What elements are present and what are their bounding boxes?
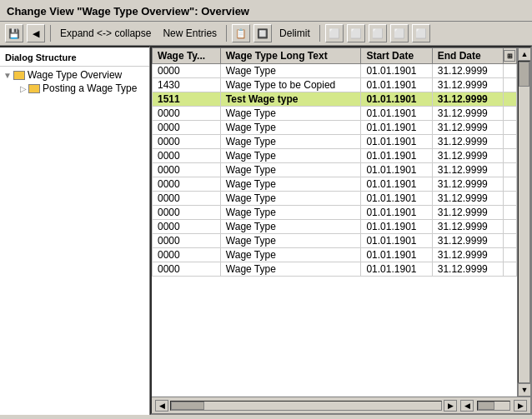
icon-btn-2[interactable]: ⬜ xyxy=(347,24,365,42)
hscroll-track[interactable] xyxy=(170,401,442,411)
cell-long-text: Wage Type xyxy=(220,192,361,206)
cell-empty xyxy=(504,78,517,92)
new-entries-button[interactable]: New Entries xyxy=(158,25,221,42)
table-row[interactable]: 0000Wage Type01.01.190131.12.9999 xyxy=(153,262,517,277)
cell-wage-type: 0000 xyxy=(153,234,221,248)
content-area: Wage Ty... Wage Type Long Text Start Dat… xyxy=(150,46,532,415)
main-area: Dialog Structure ▼ Wage Type Overview ▷ … xyxy=(0,46,532,415)
cell-long-text: Wage Type xyxy=(220,206,361,220)
expand-collapse-button[interactable]: Expand <-> collapse xyxy=(56,25,155,42)
scroll-left-button[interactable]: ◀ xyxy=(155,400,168,412)
move-button[interactable]: 🔲 xyxy=(253,24,272,42)
folder-open-icon xyxy=(13,71,25,80)
scroll-right2-button[interactable]: ▶ xyxy=(514,400,527,412)
table-container[interactable]: Wage Ty... Wage Type Long Text Start Dat… xyxy=(152,47,517,397)
icon5: ⬜ xyxy=(415,28,427,39)
sidebar: Dialog Structure ▼ Wage Type Overview ▷ … xyxy=(0,46,150,415)
cell-wage-type: 0000 xyxy=(153,121,221,135)
cell-start-date: 01.01.1901 xyxy=(361,220,432,234)
cell-wage-type: 1430 xyxy=(153,78,221,92)
save-button[interactable]: 💾 xyxy=(5,24,23,42)
icon-btn-5[interactable]: ⬜ xyxy=(412,24,430,42)
cell-long-text: Wage Type xyxy=(220,121,361,135)
scroll-left2-button[interactable]: ◀ xyxy=(460,400,474,412)
hscroll-right-section: ◀ ▶ xyxy=(460,400,527,412)
cell-empty xyxy=(504,177,517,192)
cell-start-date: 01.01.1901 xyxy=(361,248,432,262)
sidebar-item-posting-wage-type[interactable]: ▷ Posting a Wage Type xyxy=(0,82,149,95)
cell-start-date: 01.01.1901 xyxy=(361,78,432,92)
scroll-right-button[interactable]: ▶ xyxy=(444,400,457,412)
table-row[interactable]: 0000Wage Type01.01.190131.12.9999 xyxy=(153,121,517,135)
table-row[interactable]: 0000Wage Type01.01.190131.12.9999 xyxy=(153,177,517,192)
col-header-wage-type: Wage Ty... xyxy=(153,48,221,64)
table-row[interactable]: 0000Wage Type01.01.190131.12.9999 xyxy=(153,234,517,248)
cell-wage-type: 0000 xyxy=(153,248,221,262)
hscroll-track2[interactable] xyxy=(477,401,510,411)
back-button[interactable]: ◀ xyxy=(27,24,45,42)
sidebar-item-label-posting: Posting a Wage Type xyxy=(43,82,137,94)
cell-empty xyxy=(504,206,517,220)
table-row[interactable]: 0000Wage Type01.01.190131.12.9999 xyxy=(153,206,517,220)
tree-leaf-icon: ▷ xyxy=(20,84,27,93)
cell-start-date: 01.01.1901 xyxy=(361,64,432,78)
cell-end-date: 31.12.9999 xyxy=(432,64,503,78)
vscroll-thumb[interactable] xyxy=(519,62,529,87)
cell-start-date: 01.01.1901 xyxy=(361,177,432,192)
toolbar: 💾 ◀ Expand <-> collapse New Entries 📋 🔲 … xyxy=(0,22,532,46)
column-resize-handle[interactable]: ⊞ xyxy=(504,50,515,62)
icon-btn-4[interactable]: ⬜ xyxy=(390,24,409,42)
table-row[interactable]: 1511Test Wage type01.01.190131.12.9999 xyxy=(153,92,517,107)
col-header-long-text: Wage Type Long Text xyxy=(220,48,361,64)
cell-empty xyxy=(504,107,517,121)
cell-end-date: 31.12.9999 xyxy=(432,107,503,121)
save-icon: 💾 xyxy=(8,28,20,39)
cell-empty xyxy=(504,248,517,262)
icon2: ⬜ xyxy=(350,28,362,39)
sidebar-item-wage-type-overview[interactable]: ▼ Wage Type Overview xyxy=(0,68,149,82)
toolbar-separator-1 xyxy=(50,25,51,42)
cell-wage-type: 0000 xyxy=(153,163,221,177)
scroll-down-button[interactable]: ▼ xyxy=(518,383,530,397)
move-icon: 🔲 xyxy=(257,28,269,39)
cell-long-text: Wage Type xyxy=(220,64,361,78)
cell-end-date: 31.12.9999 xyxy=(432,248,503,262)
scroll-up-button[interactable]: ▲ xyxy=(518,47,530,61)
cell-end-date: 31.12.9999 xyxy=(432,177,503,192)
cell-long-text: Wage Type xyxy=(220,220,361,234)
cell-start-date: 01.01.1901 xyxy=(361,234,432,248)
table-row[interactable]: 0000Wage Type01.01.190131.12.9999 xyxy=(153,149,517,163)
hscroll-thumb[interactable] xyxy=(171,402,204,410)
cell-long-text: Wage Type xyxy=(220,107,361,121)
cell-start-date: 01.01.1901 xyxy=(361,262,432,277)
back-icon: ◀ xyxy=(33,28,39,39)
icon-btn-1[interactable]: ⬜ xyxy=(325,24,344,42)
hscroll-thumb2[interactable] xyxy=(478,402,494,410)
table-row[interactable]: 0000Wage Type01.01.190131.12.9999 xyxy=(153,64,517,78)
cell-wage-type: 1511 xyxy=(153,92,221,107)
cell-start-date: 01.01.1901 xyxy=(361,192,432,206)
cell-end-date: 31.12.9999 xyxy=(432,206,503,220)
table-row[interactable]: 1430Wage Type to be Copied01.01.190131.1… xyxy=(153,78,517,92)
cell-end-date: 31.12.9999 xyxy=(432,92,503,107)
cell-start-date: 01.01.1901 xyxy=(361,107,432,121)
cell-wage-type: 0000 xyxy=(153,177,221,192)
cell-wage-type: 0000 xyxy=(153,107,221,121)
table-row[interactable]: 0000Wage Type01.01.190131.12.9999 xyxy=(153,135,517,149)
cell-wage-type: 0000 xyxy=(153,135,221,149)
cell-long-text: Wage Type xyxy=(220,163,361,177)
table-row[interactable]: 0000Wage Type01.01.190131.12.9999 xyxy=(153,107,517,121)
sidebar-title: Dialog Structure xyxy=(0,51,149,67)
cell-long-text: Wage Type to be Copied xyxy=(220,78,361,92)
data-table: Wage Ty... Wage Type Long Text Start Dat… xyxy=(152,47,517,277)
table-row[interactable]: 0000Wage Type01.01.190131.12.9999 xyxy=(153,248,517,262)
page-title: Change View "Wage Type Overview": Overvi… xyxy=(7,5,249,17)
table-row[interactable]: 0000Wage Type01.01.190131.12.9999 xyxy=(153,220,517,234)
table-row[interactable]: 0000Wage Type01.01.190131.12.9999 xyxy=(153,163,517,177)
table-row[interactable]: 0000Wage Type01.01.190131.12.9999 xyxy=(153,192,517,206)
vscroll-track[interactable] xyxy=(518,61,530,383)
copy-button[interactable]: 📋 xyxy=(232,24,250,42)
delimit-button[interactable]: Delimit xyxy=(275,25,314,42)
icon-btn-3[interactable]: ⬜ xyxy=(369,24,387,42)
cell-wage-type: 0000 xyxy=(153,192,221,206)
